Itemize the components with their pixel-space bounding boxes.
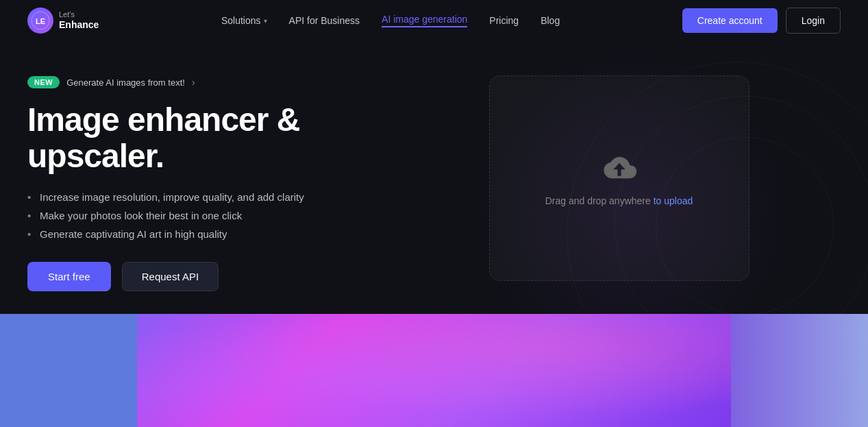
hero-bullets: Increase image resolution, improve quali… <box>27 191 397 240</box>
nav-item-ai-generation[interactable]: AI image generation <box>382 14 467 27</box>
hero-upload-area: Drag and drop anywhere to upload <box>397 69 841 281</box>
badge-description: Generate AI images from text! <box>66 77 185 88</box>
nav-links: Solutions ▾ API for Business AI image ge… <box>221 14 560 27</box>
upload-cloud-icon <box>602 150 637 186</box>
bottom-right-accent <box>731 314 868 427</box>
solutions-link[interactable]: Solutions ▾ <box>221 15 267 26</box>
bullet-2: Make your photos look their best in one … <box>27 210 397 221</box>
upload-instructions: Drag and drop anywhere to upload <box>545 195 693 206</box>
bullet-1: Increase image resolution, improve quali… <box>27 191 397 203</box>
upload-link[interactable]: to upload <box>654 195 693 206</box>
bottom-center-image <box>137 314 731 427</box>
hero-buttons: Start free Request API <box>27 262 397 291</box>
logo-svg: LE <box>31 11 50 30</box>
nav-item-api[interactable]: API for Business <box>289 15 360 26</box>
logo[interactable]: LE Let's Enhance <box>27 8 99 34</box>
nav-actions: Create account Login <box>682 8 841 34</box>
logo-icon: LE <box>27 8 53 34</box>
navbar: LE Let's Enhance Solutions ▾ API for Bus… <box>0 0 868 41</box>
hero-section: NEW Generate AI images from text! › Imag… <box>0 41 868 329</box>
svg-text:LE: LE <box>36 17 45 25</box>
nav-item-blog[interactable]: Blog <box>541 15 560 26</box>
bottom-banner <box>0 314 868 427</box>
badge-arrow-icon: › <box>192 77 195 88</box>
pricing-link[interactable]: Pricing <box>489 15 519 26</box>
blog-link[interactable]: Blog <box>541 15 560 26</box>
create-account-button[interactable]: Create account <box>682 8 778 33</box>
logo-text: Let's Enhance <box>59 10 99 31</box>
login-button[interactable]: Login <box>786 8 841 34</box>
bullet-3: Generate captivating AI art in high qual… <box>27 228 397 240</box>
new-badge[interactable]: NEW Generate AI images from text! › <box>27 76 195 88</box>
hero-content: NEW Generate AI images from text! › Imag… <box>27 69 397 291</box>
cloud-upload-svg <box>602 154 637 182</box>
nav-item-solutions[interactable]: Solutions ▾ <box>221 15 267 26</box>
badge-new-label: NEW <box>27 76 60 88</box>
start-free-button[interactable]: Start free <box>27 262 111 291</box>
chevron-down-icon: ▾ <box>264 17 267 25</box>
api-link[interactable]: API for Business <box>289 15 360 26</box>
upload-widget[interactable]: Drag and drop anywhere to upload <box>489 75 749 281</box>
bottom-left-accent <box>0 314 137 427</box>
hero-title: Image enhancer & upscaler. <box>27 102 397 175</box>
ai-generation-link[interactable]: AI image generation <box>382 14 467 27</box>
nav-item-pricing[interactable]: Pricing <box>489 15 519 26</box>
bottom-gradient <box>137 314 731 427</box>
request-api-button[interactable]: Request API <box>122 262 219 291</box>
